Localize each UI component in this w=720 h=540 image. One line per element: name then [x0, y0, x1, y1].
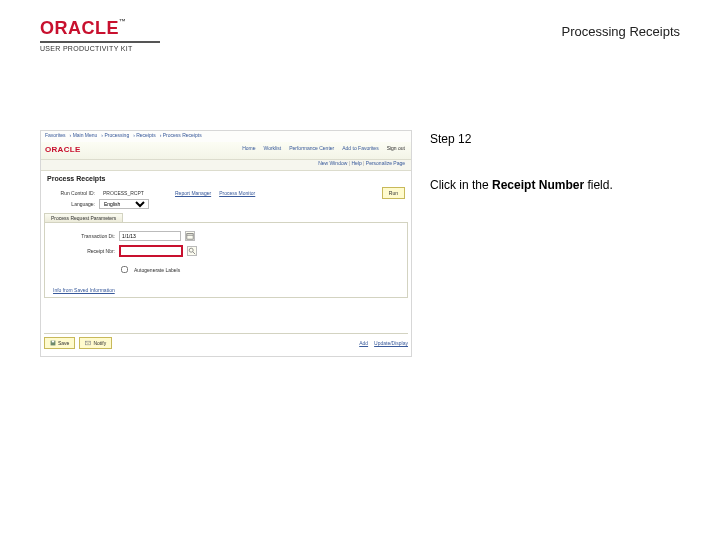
nav-performance[interactable]: Performance Center	[289, 145, 334, 151]
link-personalize[interactable]: Personalize Page	[363, 160, 405, 166]
footer-toolbar: Save Notify Add Update/Display	[44, 333, 408, 350]
step-number: Step 12	[430, 130, 680, 148]
receipt-number-row: Receipt Nbr:	[51, 245, 197, 257]
notify-icon	[85, 340, 91, 346]
app-screenshot: Favorites› Main Menu› Processing› Receip…	[40, 130, 412, 357]
document-title: Processing Receipts	[562, 24, 681, 39]
link-process-monitor[interactable]: Process Monitor	[219, 190, 255, 196]
parameters-box: Transaction Dt: Receipt Nbr: Autogenerat…	[44, 222, 408, 298]
oracle-upk-logo: ORACLE™ USER PRODUCTIVITY KIT	[40, 18, 200, 52]
run-control-row: Run Control ID: PROCESS_RCPT Report Mana…	[47, 187, 405, 199]
autogenerate-row: Autogenerate Labels	[117, 263, 180, 276]
app-header: ORACLE Home Worklist Performance Center …	[41, 142, 411, 160]
update-display-button[interactable]: Update/Display	[372, 340, 408, 346]
language-row: Language: English	[47, 199, 405, 209]
receipt-number-label: Receipt Nbr:	[51, 248, 115, 254]
add-button[interactable]: Add	[357, 340, 368, 346]
run-control-value: PROCESS_RCPT	[103, 190, 167, 196]
page-title: Process Receipts	[47, 175, 105, 182]
brand-subtitle: USER PRODUCTIVITY KIT	[40, 45, 200, 52]
link-new-window[interactable]: New Window	[318, 160, 347, 166]
header-links: Home Worklist Performance Center Add to …	[242, 145, 405, 151]
language-select[interactable]: English	[99, 199, 149, 209]
nav-worklist[interactable]: Worklist	[264, 145, 282, 151]
svg-line-3	[193, 252, 195, 254]
svg-point-2	[189, 248, 193, 252]
language-label: Language:	[47, 201, 95, 207]
saved-info-link[interactable]: Info from Saved Information	[53, 287, 115, 293]
brand-wordmark: ORACLE™	[40, 18, 127, 39]
receipt-number-input[interactable]	[119, 245, 183, 257]
transaction-date-label: Transaction Dt:	[51, 233, 115, 239]
parameters-tab: Process Request Parameters	[44, 213, 123, 222]
calendar-icon[interactable]	[185, 231, 195, 241]
save-button[interactable]: Save	[44, 337, 75, 349]
sub-header: New Window Help Personalize Page	[41, 160, 411, 171]
step-text: Click in the Receipt Number field.	[430, 176, 680, 194]
svg-rect-5	[52, 341, 54, 343]
run-control-label: Run Control ID:	[47, 190, 95, 196]
link-report-manager[interactable]: Report Manager	[175, 190, 211, 196]
nav-add-favorites[interactable]: Add to Favorites	[342, 145, 378, 151]
run-button[interactable]: Run	[382, 187, 405, 199]
brand-divider	[40, 41, 160, 43]
transaction-date-row: Transaction Dt:	[51, 231, 195, 241]
transaction-date-input[interactable]	[119, 231, 181, 241]
notify-button[interactable]: Notify	[79, 337, 112, 349]
nav-signout[interactable]: Sign out	[387, 145, 405, 151]
lookup-icon[interactable]	[187, 246, 197, 256]
step-instructions: Step 12 Click in the Receipt Number fiel…	[430, 130, 680, 194]
autogenerate-checkbox[interactable]	[121, 266, 128, 273]
page-root: ORACLE™ USER PRODUCTIVITY KIT Processing…	[0, 0, 720, 540]
autogenerate-label: Autogenerate Labels	[134, 267, 180, 273]
app-logo: ORACLE	[45, 145, 81, 154]
link-help[interactable]: Help	[349, 160, 362, 166]
save-icon	[50, 340, 56, 346]
nav-home[interactable]: Home	[242, 145, 255, 151]
svg-rect-0	[187, 234, 193, 240]
